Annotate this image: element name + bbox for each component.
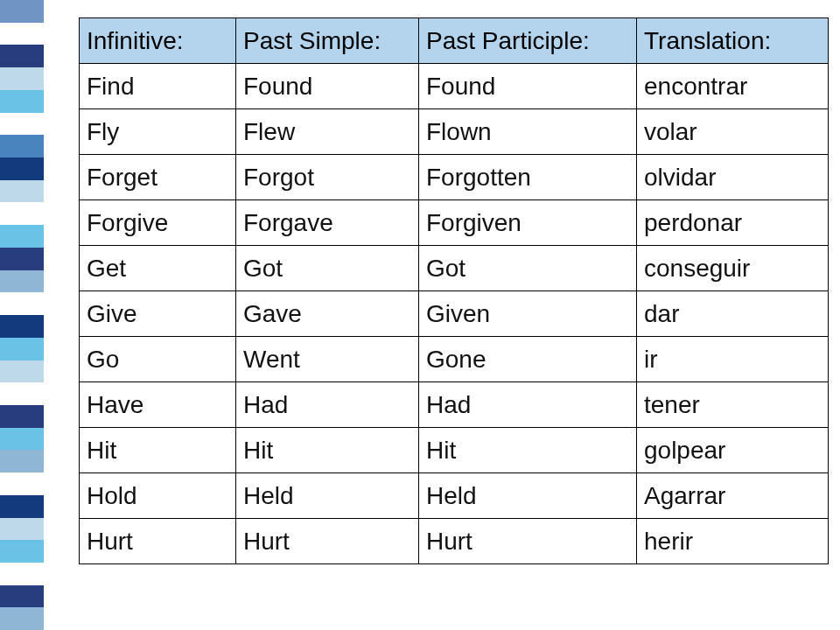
cell-translation: tener	[637, 382, 829, 428]
cell-infinitive: Forget	[80, 155, 236, 200]
cell-past_simple: Hurt	[236, 519, 419, 564]
cell-infinitive: Forgive	[80, 200, 236, 246]
decoration-stripe	[0, 0, 44, 23]
cell-past_simple: Got	[236, 246, 419, 291]
cell-past_participle: Gone	[419, 337, 637, 382]
cell-infinitive: Find	[80, 64, 236, 109]
decoration-stripe	[0, 113, 44, 136]
cell-infinitive: Hold	[80, 473, 236, 519]
decoration-stripe	[0, 45, 44, 67]
cell-infinitive: Hit	[80, 428, 236, 473]
table-row: HoldHeldHeldAgarrar	[80, 473, 829, 519]
header-past-participle: Past Participle:	[419, 18, 637, 64]
table-row: GiveGaveGivendar	[80, 291, 829, 337]
decoration-stripe	[0, 158, 44, 180]
decoration-stripe	[0, 382, 44, 405]
cell-past_participle: Given	[419, 291, 637, 337]
cell-past_simple: Held	[236, 473, 419, 519]
table-row: FindFoundFoundencontrar	[80, 64, 829, 109]
table-header-row: Infinitive: Past Simple: Past Participle…	[80, 18, 829, 64]
decoration-stripe	[0, 428, 44, 451]
decoration-stripe	[0, 315, 44, 338]
cell-translation: golpear	[637, 428, 829, 473]
cell-past_participle: Forgiven	[419, 200, 637, 246]
decoration-stripe	[0, 472, 44, 495]
decoration-stripe	[0, 360, 44, 383]
decoration-stripe	[0, 607, 44, 630]
cell-past_participle: Hit	[419, 428, 637, 473]
decoration-stripe	[0, 292, 44, 315]
decoration-stripe	[0, 135, 44, 158]
decoration-stripe	[0, 248, 44, 270]
table-row: GoWentGoneir	[80, 337, 829, 382]
cell-translation: perdonar	[637, 200, 829, 246]
cell-past_participle: Found	[419, 64, 637, 109]
cell-past_participle: Hurt	[419, 519, 637, 564]
decoration-stripe	[0, 540, 44, 563]
table-row: HitHitHitgolpear	[80, 428, 829, 473]
cell-past_simple: Forgot	[236, 155, 419, 200]
decoration-stripe	[0, 495, 44, 518]
cell-past_simple: Went	[236, 337, 419, 382]
cell-past_simple: Gave	[236, 291, 419, 337]
cell-past_participle: Forgotten	[419, 155, 637, 200]
cell-translation: conseguir	[637, 246, 829, 291]
decoration-stripe	[0, 202, 44, 225]
verb-table-container: Infinitive: Past Simple: Past Participle…	[79, 0, 829, 564]
cell-translation: encontrar	[637, 64, 829, 109]
cell-infinitive: Go	[80, 337, 236, 382]
cell-translation: dar	[637, 291, 829, 337]
table-row: ForgiveForgaveForgivenperdonar	[80, 200, 829, 246]
cell-translation: olvidar	[637, 155, 829, 200]
cell-translation: Agarrar	[637, 473, 829, 519]
decoration-stripe	[0, 225, 44, 248]
cell-infinitive: Hurt	[80, 519, 236, 564]
cell-infinitive: Have	[80, 382, 236, 428]
decoration-stripe	[0, 585, 44, 608]
cell-infinitive: Give	[80, 291, 236, 337]
decoration-stripe	[0, 180, 44, 203]
irregular-verbs-table: Infinitive: Past Simple: Past Participle…	[79, 18, 829, 564]
cell-past_simple: Hit	[236, 428, 419, 473]
table-row: GetGotGotconseguir	[80, 246, 829, 291]
cell-past_participle: Had	[419, 382, 637, 428]
table-row: FlyFlewFlownvolar	[80, 109, 829, 155]
cell-past_simple: Found	[236, 64, 419, 109]
cell-infinitive: Fly	[80, 109, 236, 155]
cell-past_simple: Forgave	[236, 200, 419, 246]
header-past-simple: Past Simple:	[236, 18, 419, 64]
cell-translation: ir	[637, 337, 829, 382]
decoration-stripe	[0, 67, 44, 90]
decoration-stripe	[0, 450, 44, 472]
decoration-stripe	[0, 90, 44, 113]
table-row: HurtHurtHurtherir	[80, 519, 829, 564]
cell-past_simple: Had	[236, 382, 419, 428]
header-translation: Translation:	[637, 18, 829, 64]
decoration-stripe	[0, 563, 44, 585]
table-row: ForgetForgotForgottenolvidar	[80, 155, 829, 200]
cell-past_participle: Flown	[419, 109, 637, 155]
decoration-stripe	[0, 23, 44, 46]
header-infinitive: Infinitive:	[80, 18, 236, 64]
decoration-stripe	[0, 270, 44, 293]
slide-left-stripe-decoration	[0, 0, 44, 630]
cell-infinitive: Get	[80, 246, 236, 291]
cell-past_participle: Held	[419, 473, 637, 519]
table-row: HaveHadHadtener	[80, 382, 829, 428]
decoration-stripe	[0, 518, 44, 541]
cell-translation: herir	[637, 519, 829, 564]
cell-translation: volar	[637, 109, 829, 155]
decoration-stripe	[0, 405, 44, 428]
cell-past_simple: Flew	[236, 109, 419, 155]
decoration-stripe	[0, 338, 44, 360]
cell-past_participle: Got	[419, 246, 637, 291]
